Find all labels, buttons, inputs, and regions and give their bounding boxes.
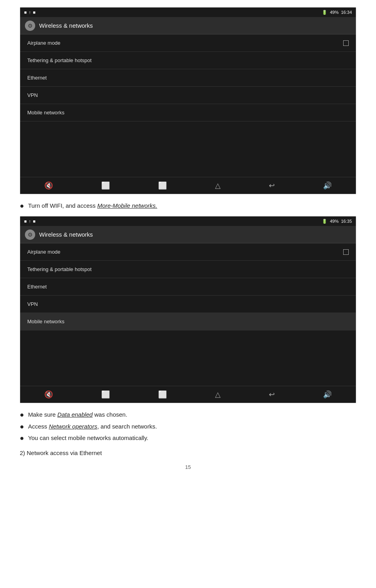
list-item-vpn-2[interactable]: VPN	[20, 296, 356, 313]
nav-recent-2[interactable]: ⬜	[158, 390, 167, 399]
nav-return-2[interactable]: ↩	[269, 390, 275, 399]
nav-recent[interactable]: ⬜	[158, 181, 167, 190]
nav-volume-down[interactable]: 🔇	[44, 181, 53, 190]
list-item-airplane-2[interactable]: Airplane mode	[20, 243, 356, 261]
nav-bar-2: 🔇 ⬜ ⬜ △ ↩ 🔊	[20, 386, 356, 403]
screenshot-2-wrapper: ■ ↑ ■ 🔋 49% 16:35 ⚙ Wireless & networks …	[0, 216, 376, 403]
nav-home[interactable]: △	[215, 181, 221, 190]
tethering-label: Tethering & portable hotspot	[27, 57, 92, 63]
list-item-vpn[interactable]: VPN	[20, 87, 356, 104]
mobile-networks-label: Mobile networks	[27, 110, 64, 116]
title-bar-1: ⚙ Wireless & networks	[20, 17, 356, 34]
status-right-2: 🔋 49% 16:35	[322, 219, 352, 224]
network-operators-link[interactable]: Network operators	[49, 423, 97, 430]
bullet-text-1: Turn off WIFI, and access More-Mobile ne…	[28, 201, 157, 211]
bullet-dot-3: ●	[20, 422, 24, 431]
battery-icon-2: 🔋	[322, 219, 327, 224]
mobile-networks-label-2: Mobile networks	[27, 319, 64, 324]
title-bar-2: ⚙ Wireless & networks	[20, 226, 356, 243]
status-left-icons: ■ ↑ ■	[24, 10, 36, 15]
airplane-checkbox-2[interactable]	[343, 249, 349, 255]
list-item-mobile-networks-2[interactable]: Mobile networks	[20, 313, 356, 330]
data-enabled-link[interactable]: Data enabled	[57, 411, 93, 418]
vpn-label-2: VPN	[27, 301, 38, 307]
list-item-tethering-2[interactable]: Tethering & portable hotspot	[20, 261, 356, 278]
title-bar-text-2: Wireless & networks	[39, 231, 93, 238]
bullet-item-network-operators: ● Access Network operators, and search n…	[20, 422, 356, 431]
nav-return[interactable]: ↩	[269, 181, 275, 190]
bullet-dot-1: ●	[20, 201, 24, 211]
battery-small-icon: ■	[33, 10, 36, 15]
status-left-2: ■ ↑ ■	[24, 219, 36, 224]
numbered-heading-text: 2) Network access via Ethernet	[20, 450, 102, 456]
nav-volume-up-2[interactable]: 🔊	[323, 390, 332, 399]
status-bar-2: ■ ↑ ■ 🔋 49% 16:35	[20, 216, 356, 226]
settings-gear-icon-2: ⚙	[25, 230, 35, 240]
nav-volume-down-2[interactable]: 🔇	[44, 390, 53, 399]
list-item-tethering[interactable]: Tethering & portable hotspot	[20, 52, 356, 69]
bullet-item-data-enabled: ● Make sure Data enabled was chosen.	[20, 410, 356, 419]
data-icon: ↑	[29, 10, 31, 15]
battery-icon: 🔋	[322, 10, 327, 15]
numbered-heading: 2) Network access via Ethernet	[0, 447, 376, 460]
screenshot-1: ■ ↑ ■ 🔋 49% 16:34 ⚙ Wireless & networks …	[20, 7, 356, 194]
nav-volume-up[interactable]: 🔊	[323, 181, 332, 190]
list-item-ethernet[interactable]: Ethernet	[20, 69, 356, 87]
airplane-mode-label: Airplane mode	[27, 40, 60, 46]
list-item-ethernet-2[interactable]: Ethernet	[20, 278, 356, 296]
bullet-text-auto-select: You can select mobile networks automatic…	[28, 434, 148, 443]
time-display: 16:34	[341, 10, 352, 15]
nav-back[interactable]: ⬜	[101, 181, 110, 190]
bullet-prefix-1: Turn off WIFI, and access	[28, 202, 97, 209]
screenshot-2: ■ ↑ ■ 🔋 49% 16:35 ⚙ Wireless & networks …	[20, 216, 356, 403]
ethernet-label: Ethernet	[27, 75, 47, 81]
settings-list-1: Airplane mode Tethering & portable hotsp…	[20, 34, 356, 177]
airplane-checkbox[interactable]	[343, 40, 349, 46]
bullet-list-section: ● Make sure Data enabled was chosen. ● A…	[0, 409, 376, 447]
time-display-2: 16:35	[341, 219, 352, 224]
bullet-dot-4: ●	[20, 434, 24, 443]
signal-icon: ■	[24, 10, 27, 15]
data-icon-2: ↑	[29, 219, 31, 224]
nav-bar-1: 🔇 ⬜ ⬜ △ ↩ 🔊	[20, 177, 356, 194]
battery-percent: 49%	[330, 10, 338, 15]
tethering-label-2: Tethering & portable hotspot	[27, 266, 92, 272]
signal-icon-2: ■	[24, 219, 27, 224]
nav-back-2[interactable]: ⬜	[101, 390, 110, 399]
settings-gear-icon: ⚙	[25, 21, 35, 31]
ethernet-label-2: Ethernet	[27, 284, 47, 290]
list-item-mobile-networks[interactable]: Mobile networks	[20, 104, 356, 121]
bullet-item-1: ● Turn off WIFI, and access More-Mobile …	[20, 201, 356, 211]
status-bar-1: ■ ↑ ■ 🔋 49% 16:34	[20, 8, 356, 17]
status-right: 🔋 49% 16:34	[322, 10, 352, 15]
list-item-airplane[interactable]: Airplane mode	[20, 34, 356, 52]
vpn-label: VPN	[27, 92, 38, 98]
battery-small-icon-2: ■	[33, 219, 36, 224]
bullet-section-1: ● Turn off WIFI, and access More-Mobile …	[0, 194, 376, 216]
battery-percent-2: 49%	[330, 219, 338, 224]
bullet-text-data-enabled: Make sure Data enabled was chosen.	[28, 410, 127, 419]
bullet-dot-2: ●	[20, 410, 24, 419]
title-bar-text-1: Wireless & networks	[39, 22, 93, 29]
page-number-text: 15	[185, 464, 191, 470]
settings-list-2: Airplane mode Tethering & portable hotsp…	[20, 243, 356, 386]
bullet-link-1[interactable]: More-Mobile networks.	[97, 202, 157, 209]
airplane-mode-label-2: Airplane mode	[27, 249, 60, 255]
bullet-text-network-operators: Access Network operators, and search net…	[28, 422, 157, 431]
nav-home-2[interactable]: △	[215, 390, 221, 399]
bullet-item-auto-select: ● You can select mobile networks automat…	[20, 434, 356, 443]
page-number: 15	[0, 460, 376, 476]
